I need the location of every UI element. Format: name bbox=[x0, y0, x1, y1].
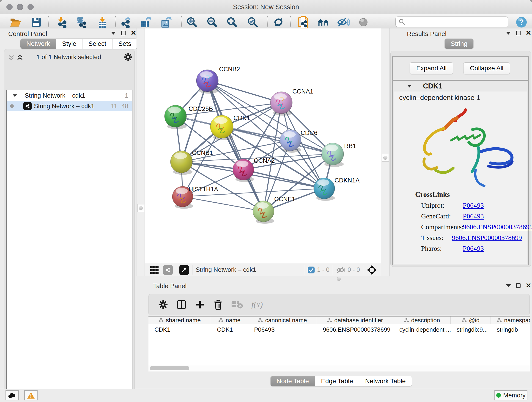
tab-sets[interactable]: Sets bbox=[113, 39, 137, 49]
tab-string[interactable]: String bbox=[445, 39, 473, 49]
fit-selected-target-icon[interactable] bbox=[367, 265, 377, 275]
share-document-icon[interactable] bbox=[297, 16, 310, 28]
network-node-CDKN1A[interactable]: CDKN1A bbox=[314, 177, 360, 201]
zoom-out-icon[interactable] bbox=[206, 16, 219, 28]
collection-expander-icon[interactable] bbox=[12, 94, 17, 97]
close-panel-icon[interactable]: ✕ bbox=[131, 31, 136, 35]
warning-status-button[interactable] bbox=[24, 390, 38, 400]
crosslink-value-link[interactable]: P06493 bbox=[463, 201, 484, 209]
function-builder-icon[interactable]: f(x) bbox=[251, 300, 263, 309]
column-header-shared-name[interactable]: shared name bbox=[148, 317, 211, 324]
crosslink-value-link[interactable]: P06493 bbox=[463, 245, 484, 252]
horizontal-splitter[interactable] bbox=[145, 276, 532, 281]
horizontal-splitter-handle[interactable] bbox=[337, 277, 341, 281]
tab-network[interactable]: Network bbox=[20, 39, 56, 49]
collapse-gene-icon[interactable] bbox=[407, 85, 412, 87]
float-menu-icon[interactable] bbox=[506, 284, 511, 287]
float-menu-icon[interactable] bbox=[111, 32, 116, 35]
birds-eye-view-icon[interactable] bbox=[179, 265, 189, 275]
apply-preferred-layout-icon[interactable] bbox=[272, 16, 285, 28]
tab-style[interactable]: Style bbox=[56, 39, 82, 49]
memory-button[interactable]: Memory bbox=[494, 390, 527, 400]
delete-column-icon[interactable] bbox=[213, 299, 223, 310]
column-header-description[interactable]: description bbox=[393, 317, 451, 324]
delete-table-icon[interactable] bbox=[231, 300, 243, 309]
export-network-icon[interactable] bbox=[119, 16, 132, 28]
network-node-CCNE1[interactable]: CCNE1 bbox=[253, 196, 295, 224]
create-column-icon[interactable] bbox=[195, 300, 205, 310]
expand-all-button[interactable]: Expand All bbox=[410, 62, 453, 74]
collapse-all-button[interactable]: Collapse All bbox=[463, 62, 510, 74]
network-node-HIST1H1A[interactable]: HIST1H1A bbox=[172, 186, 218, 209]
network-node-RB1[interactable]: RB1 bbox=[322, 143, 356, 167]
show-column-icon[interactable] bbox=[176, 299, 187, 310]
left-splitter[interactable] bbox=[137, 28, 145, 276]
tab-edge-table[interactable]: Edge Table bbox=[315, 376, 359, 386]
table-cell[interactable]: stringdb:9... bbox=[451, 324, 491, 365]
network-row-selected[interactable]: String Network – cdk1 11 48 bbox=[7, 101, 132, 111]
collapse-all-icon[interactable] bbox=[8, 54, 15, 61]
hidden-eye-icon[interactable] bbox=[336, 266, 345, 274]
selected-checkbox-icon[interactable] bbox=[307, 266, 315, 274]
float-panel-icon[interactable] bbox=[516, 283, 520, 288]
scrollbar-thumb[interactable] bbox=[150, 366, 189, 370]
table-horizontal-scrollbar[interactable] bbox=[148, 365, 530, 371]
right-splitter[interactable] bbox=[381, 28, 389, 276]
table-cell[interactable]: P06493 bbox=[248, 324, 317, 365]
edge-CCNB2-CCNA1[interactable] bbox=[207, 81, 281, 103]
table-cell[interactable]: cyclin-dependent ... bbox=[393, 324, 451, 365]
column-header-database-identifier[interactable]: database identifier bbox=[317, 317, 393, 324]
zoom-fit-content-icon[interactable] bbox=[226, 16, 239, 28]
grid-mode-icon[interactable] bbox=[150, 265, 159, 274]
import-network-from-database-icon[interactable] bbox=[75, 16, 88, 28]
zoom-selected-icon[interactable] bbox=[246, 16, 259, 28]
table-cell[interactable]: CDK1 bbox=[148, 324, 211, 365]
network-node-CCNB2[interactable]: CCNB2 bbox=[196, 66, 240, 94]
table-gear-icon[interactable] bbox=[158, 300, 168, 309]
table-cell[interactable]: CDK1 bbox=[211, 324, 248, 365]
import-network-from-file-icon[interactable] bbox=[56, 16, 69, 28]
import-table-from-file-icon[interactable] bbox=[96, 16, 109, 28]
hide-selected-icon[interactable] bbox=[337, 16, 350, 28]
search-input[interactable] bbox=[405, 18, 504, 26]
tab-network-table[interactable]: Network Table bbox=[359, 376, 412, 386]
open-session-icon[interactable] bbox=[9, 16, 22, 28]
table-cell[interactable]: stringdb bbox=[491, 324, 532, 365]
network-canvas[interactable]: CCNB2CCNA1CDC25BCDK1CDC6RB1CCNB1CCNA2CDK… bbox=[145, 28, 381, 263]
edge-CCNA2-CDKN1A[interactable] bbox=[243, 170, 324, 188]
cloud-status-button[interactable] bbox=[6, 390, 19, 400]
save-session-icon[interactable] bbox=[30, 16, 43, 28]
column-header-name[interactable]: name bbox=[211, 317, 248, 324]
float-panel-icon[interactable] bbox=[516, 31, 520, 35]
expand-all-icon[interactable] bbox=[17, 54, 23, 61]
crosslink-value-link[interactable]: 9606.ENSP00000378699 bbox=[452, 234, 522, 242]
right-splitter-handle[interactable] bbox=[382, 154, 389, 162]
tab-select[interactable]: Select bbox=[82, 39, 113, 49]
export-table-icon[interactable] bbox=[139, 16, 152, 28]
table-cell[interactable]: 9606.ENSP00000378699 bbox=[317, 324, 393, 365]
help-icon[interactable]: ? bbox=[515, 16, 528, 28]
gene-header[interactable]: CDK1 bbox=[393, 81, 528, 92]
crosslink-value-link[interactable]: 9606.ENSP00000378699 bbox=[463, 223, 532, 231]
network-node-CCNA1[interactable]: CCNA1 bbox=[270, 88, 313, 115]
show-all-icon[interactable] bbox=[357, 16, 370, 28]
network-view-mode-icon[interactable] bbox=[163, 265, 173, 275]
network-node-CDK1[interactable]: CDK1 bbox=[210, 115, 250, 140]
float-menu-icon[interactable] bbox=[506, 32, 511, 35]
zoom-in-icon[interactable] bbox=[186, 16, 198, 28]
network-collection-row[interactable]: String Network – cdk1 1 bbox=[7, 90, 132, 101]
crosslink-value-link[interactable]: P06493 bbox=[463, 212, 484, 220]
search-box[interactable] bbox=[395, 17, 508, 27]
column-header-namespace[interactable]: namespace bbox=[491, 317, 530, 324]
close-panel-icon[interactable]: ✕ bbox=[526, 283, 531, 288]
column-header-canonical-name[interactable]: canonical name bbox=[248, 317, 317, 324]
close-panel-icon[interactable]: ✕ bbox=[526, 31, 531, 35]
network-options-gear-icon[interactable] bbox=[124, 53, 133, 61]
export-image-icon[interactable] bbox=[159, 16, 172, 28]
float-panel-icon[interactable] bbox=[121, 31, 126, 35]
table-data-row[interactable]: CDK1CDK1P064939606.ENSP00000378699cyclin… bbox=[148, 324, 530, 365]
network-node-CDC25B[interactable]: CDC25B bbox=[165, 105, 213, 129]
home-icon[interactable] bbox=[317, 16, 330, 28]
left-splitter-handle[interactable] bbox=[138, 204, 144, 212]
column-header-id[interactable]: @id bbox=[451, 317, 491, 324]
